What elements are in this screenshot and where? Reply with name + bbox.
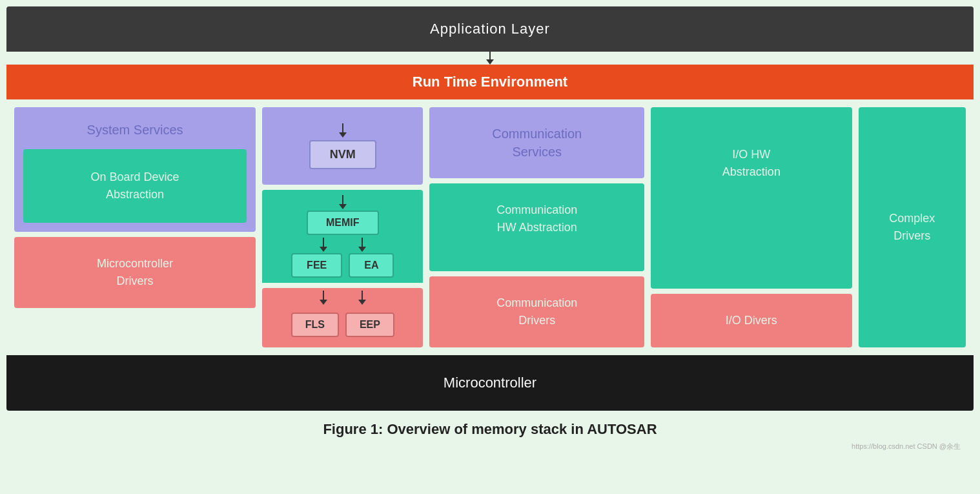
rte-label: Run Time Environment — [413, 74, 567, 90]
fls-box: FLS — [291, 313, 339, 337]
bsw-area: System Services On Board DeviceAbstracti… — [6, 99, 974, 355]
col-memory: NVM MEMIF — [262, 107, 423, 347]
microcontroller-label: Microcontroller — [444, 375, 536, 391]
comm-services-block: CommunicationServices — [429, 107, 644, 178]
svg-marker-9 — [358, 247, 366, 252]
application-layer-label: Application Layer — [430, 21, 550, 37]
watermark: https://blog.csdn.net CSDN @余生 — [6, 442, 974, 451]
io-hw-block: I/O HWAbstraction — [651, 107, 852, 289]
nvm-box: NVM — [309, 140, 376, 169]
eep-box: EEP — [345, 313, 394, 337]
svg-marker-3 — [339, 132, 347, 138]
col-communication: CommunicationServices CommunicationHW Ab… — [429, 107, 644, 347]
ea-box: EA — [349, 253, 394, 278]
onboard-abstraction-block: On Board DeviceAbstraction — [23, 149, 247, 223]
svg-marker-11 — [320, 300, 327, 305]
system-services-block: System Services On Board DeviceAbstracti… — [14, 107, 256, 232]
main-container: Application Layer Run Time Environment S… — [0, 0, 980, 458]
rte-layer: Run Time Environment — [6, 65, 974, 99]
comm-drivers-block: CommunicationDrivers — [429, 276, 644, 347]
microcontroller-layer: Microcontroller — [6, 355, 974, 411]
complex-drivers-block: ComplexDrivers — [859, 107, 966, 347]
system-services-label: System Services — [23, 116, 247, 144]
comm-services-label: CommunicationServices — [492, 125, 582, 161]
svg-marker-13 — [358, 300, 366, 305]
io-drivers-block: I/O Divers — [651, 294, 852, 347]
svg-marker-7 — [320, 247, 327, 252]
caption-text: Figure 1: Overview of memory stack in AU… — [323, 421, 657, 437]
microcontroller-drivers-block: MicrocontrollerDrivers — [14, 237, 256, 308]
comm-hw-block: CommunicationHW Abstraction — [429, 183, 644, 271]
svg-marker-1 — [486, 59, 494, 65]
nvm-outer-block: NVM — [262, 107, 423, 185]
fee-box: FEE — [291, 253, 342, 278]
col-complex: ComplexDrivers — [859, 107, 966, 347]
fls-eep-area: FLS EEP — [262, 288, 423, 347]
memif-box: MEMIF — [307, 211, 379, 235]
svg-marker-5 — [339, 204, 347, 209]
col-io: I/O HWAbstraction I/O Divers — [651, 107, 852, 347]
col-system-services: System Services On Board DeviceAbstracti… — [14, 107, 256, 347]
application-layer: Application Layer — [6, 6, 974, 52]
